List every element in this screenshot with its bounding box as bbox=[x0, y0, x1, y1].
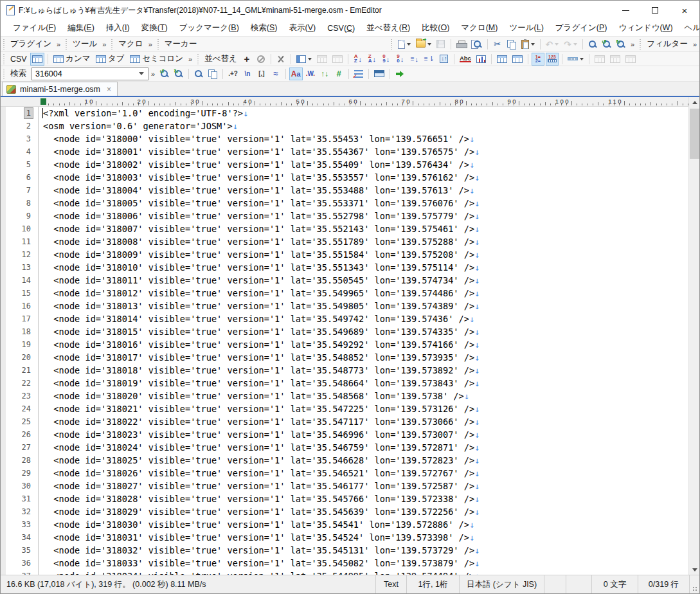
regex-toggle-button[interactable]: .+? bbox=[226, 68, 240, 80]
code-line[interactable]: 27 <node id='318024' visible='true' vers… bbox=[1, 441, 688, 454]
search-next-button[interactable]: ↻ bbox=[172, 68, 185, 80]
toolbar-grip[interactable] bbox=[65, 39, 67, 50]
print-button[interactable] bbox=[454, 38, 468, 51]
search-previous-button[interactable]: ↺ bbox=[158, 68, 171, 80]
plugins-toolbar-button[interactable]: プラグイン bbox=[8, 39, 54, 50]
search-overflow-chevron[interactable]: » bbox=[148, 70, 157, 78]
code-line[interactable]: 25 <node id='318022' visible='true' vers… bbox=[1, 415, 688, 428]
code-line[interactable]: 10 <node id='318007' visible='true' vers… bbox=[1, 222, 688, 235]
toolbar-overflow-chevron[interactable]: » bbox=[628, 40, 637, 48]
code-line[interactable]: 16 <node id='318013' visible='true' vers… bbox=[1, 300, 688, 312]
code-line[interactable]: 5 <node id='318002' visible='true' versi… bbox=[1, 158, 688, 171]
filter-toolbar-button[interactable]: フィルター bbox=[644, 39, 690, 50]
code-line[interactable]: 32 <node id='318029' visible='true' vers… bbox=[1, 505, 688, 518]
search-direction-button[interactable]: ↑↓ bbox=[318, 68, 331, 80]
menu-item[interactable]: マクロ(M) bbox=[455, 20, 503, 36]
new-file-button[interactable] bbox=[396, 38, 413, 51]
find-previous-button[interactable]: ↺ bbox=[600, 38, 613, 51]
scroll-up-button[interactable] bbox=[689, 97, 699, 107]
go-button[interactable] bbox=[393, 68, 406, 80]
select-column-button[interactable] bbox=[294, 53, 314, 66]
sort-ascending-number-button[interactable]: 09↓ bbox=[380, 53, 393, 66]
vertical-scrollbar[interactable] bbox=[688, 97, 699, 575]
status-cell[interactable]: 1行, 1桁 bbox=[406, 575, 459, 593]
code-line[interactable]: 15 <node id='318012' visible='true' vers… bbox=[1, 287, 688, 300]
whole-word-toggle-button[interactable]: .W. bbox=[304, 68, 317, 80]
find-next-button[interactable]: ↻ bbox=[615, 38, 627, 51]
minimize-button[interactable] bbox=[611, 1, 640, 20]
code-line[interactable]: 28 <node id='318025' visible='true' vers… bbox=[1, 454, 688, 467]
toolbar-grip[interactable] bbox=[111, 39, 113, 50]
filter-list-button[interactable] bbox=[352, 68, 365, 80]
sort-clear-button[interactable] bbox=[255, 53, 267, 66]
code-line[interactable]: 17 <node id='318014' visible='true' vers… bbox=[1, 312, 688, 325]
code-line[interactable]: 24 <node id='318021' visible='true' vers… bbox=[1, 402, 688, 415]
code-line[interactable]: 26 <node id='318023' visible='true' vers… bbox=[1, 428, 688, 441]
editor-lines[interactable]: 1<?xml version='1.0' encoding='UTF-8'?>↓… bbox=[1, 107, 688, 575]
filter-overflow-chevron[interactable]: » bbox=[690, 40, 699, 48]
csv-tab-button[interactable]: タブ bbox=[94, 53, 127, 66]
code-line[interactable]: 22 <node id='318019' visible='true' vers… bbox=[1, 377, 688, 390]
marker-toolbar-button[interactable]: マーカー bbox=[162, 39, 200, 50]
move-column-right-button[interactable] bbox=[608, 53, 622, 66]
code-line[interactable]: 4 <node id='318001' visible='true' versi… bbox=[1, 145, 688, 158]
menu-item[interactable]: ツール(L) bbox=[503, 20, 549, 36]
sort-za-button[interactable]: ZA↓ bbox=[366, 53, 379, 66]
sort-shorter-button[interactable]: ≡↓ bbox=[408, 53, 421, 66]
toolbar-grip[interactable] bbox=[197, 54, 199, 64]
status-cell[interactable]: 0 文字 bbox=[591, 575, 638, 593]
fuzzy-match-toggle-button[interactable]: ≈ bbox=[269, 68, 282, 80]
menu-item[interactable]: 並べ替え(R) bbox=[361, 20, 416, 36]
open-file-button[interactable] bbox=[414, 38, 433, 51]
code-line[interactable]: 3 <node id='318000' visible='true' versi… bbox=[1, 132, 688, 145]
cut-button[interactable]: ✂ bbox=[491, 38, 504, 51]
menu-item[interactable]: プラグイン(P) bbox=[550, 20, 613, 36]
macros-toolbar-button[interactable]: マクロ bbox=[116, 39, 145, 50]
delete-duplicates-button[interactable]: Abc bbox=[458, 53, 473, 66]
reverse-order-button[interactable]: ↓↑ bbox=[438, 53, 451, 66]
code-line[interactable]: 6 <node id='318003' visible='true' versi… bbox=[1, 171, 688, 184]
number-range-toggle-button[interactable]: [,] bbox=[255, 68, 268, 80]
code-line[interactable]: 34 <node id='318031' visible='true' vers… bbox=[1, 531, 688, 544]
sort-add-column-button[interactable]: + bbox=[240, 53, 253, 66]
menu-item[interactable]: 挿入(I) bbox=[100, 20, 136, 36]
toolbar-grip[interactable] bbox=[3, 69, 5, 79]
code-line[interactable]: 31 <node id='318028' visible='true' vers… bbox=[1, 492, 688, 505]
column-position-button[interactable]: # bbox=[332, 68, 345, 80]
paste-button[interactable] bbox=[519, 38, 537, 51]
toolbar-grip[interactable] bbox=[157, 39, 159, 50]
convert-table-2-button[interactable] bbox=[330, 53, 345, 66]
code-line[interactable]: 35 <node id='318032' visible='true' vers… bbox=[1, 544, 688, 557]
find-dialog-button[interactable] bbox=[192, 68, 205, 80]
scroll-down-button[interactable] bbox=[689, 564, 699, 575]
tools-toolbar-button[interactable]: ツール bbox=[70, 39, 100, 50]
convert-wizard-button[interactable] bbox=[274, 53, 287, 66]
csv-comma-button[interactable]: カンマ bbox=[51, 53, 93, 66]
combobox-dropdown-icon[interactable] bbox=[139, 72, 144, 75]
tab-minami-51-merge[interactable]: minami-51-merge.osm × bbox=[2, 82, 118, 96]
sort-descending-number-button[interactable]: 90↓ bbox=[394, 53, 407, 66]
menu-item[interactable]: 検索(S) bbox=[245, 20, 283, 36]
code-line[interactable]: 9 <node id='318006' visible='true' versi… bbox=[1, 210, 688, 222]
status-cell[interactable] bbox=[544, 575, 566, 593]
code-line[interactable]: 23 <node id='318020' visible='true' vers… bbox=[1, 390, 688, 402]
status-cell[interactable]: Text bbox=[375, 575, 406, 593]
macros-overflow-chevron[interactable]: » bbox=[146, 40, 155, 48]
move-column-left-button[interactable] bbox=[593, 53, 607, 66]
undo-button[interactable]: ↶ bbox=[544, 38, 561, 51]
code-line[interactable]: 30 <node id='318027' visible='true' vers… bbox=[1, 480, 688, 492]
maximize-button[interactable] bbox=[640, 1, 670, 20]
code-line[interactable]: 19 <node id='318016' visible='true' vers… bbox=[1, 338, 688, 351]
display-options-button[interactable] bbox=[372, 68, 386, 80]
code-line[interactable]: 7 <node id='318004' visible='true' versi… bbox=[1, 184, 688, 197]
print-preview-button[interactable] bbox=[469, 38, 484, 51]
plugins-overflow-chevron[interactable]: » bbox=[54, 40, 63, 48]
csv-standard-mode-button[interactable] bbox=[30, 53, 44, 66]
join-csv-button[interactable] bbox=[495, 53, 509, 66]
menu-item[interactable]: 表示(V) bbox=[283, 20, 322, 36]
convert-table-button[interactable] bbox=[315, 53, 329, 66]
close-button[interactable]: × bbox=[670, 1, 699, 20]
copy-button[interactable] bbox=[505, 38, 518, 51]
unpivot-button[interactable] bbox=[510, 53, 525, 66]
code-line[interactable]: 13 <node id='318010' visible='true' vers… bbox=[1, 261, 688, 274]
